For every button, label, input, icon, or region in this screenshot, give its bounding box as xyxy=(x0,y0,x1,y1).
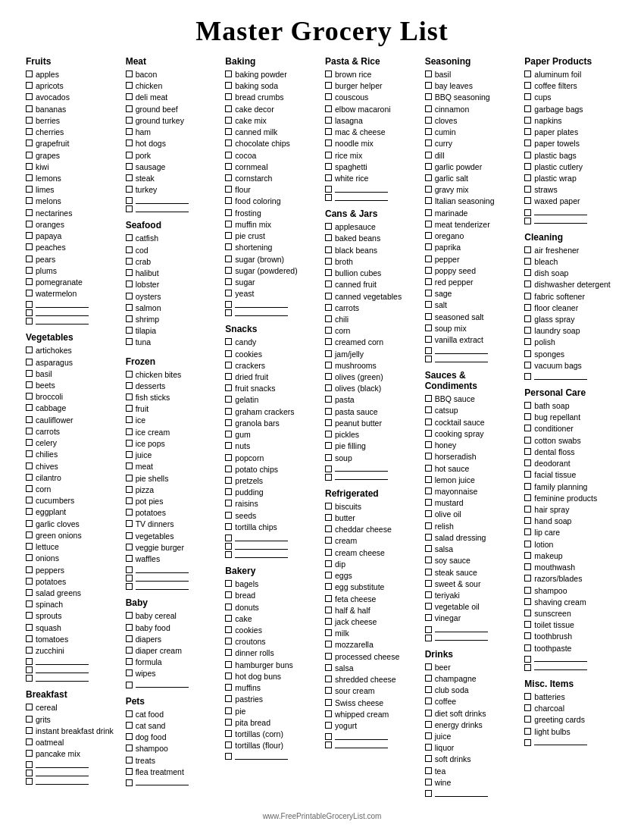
checkbox-icon[interactable] xyxy=(524,517,531,524)
checkbox-icon[interactable] xyxy=(26,578,33,585)
checkbox-icon[interactable] xyxy=(126,768,133,775)
checkbox-icon[interactable] xyxy=(425,614,432,621)
checkbox-icon[interactable] xyxy=(524,186,531,193)
checkbox-icon[interactable] xyxy=(225,174,232,181)
checkbox-icon[interactable] xyxy=(225,350,232,357)
checkbox-icon[interactable] xyxy=(26,290,33,296)
checkbox-icon[interactable] xyxy=(126,304,133,311)
checkbox-icon[interactable] xyxy=(425,488,432,494)
checkbox-icon[interactable] xyxy=(26,232,33,239)
checkbox-icon[interactable] xyxy=(325,163,332,170)
checkbox-icon[interactable] xyxy=(126,532,133,539)
checkbox-icon[interactable] xyxy=(225,140,232,146)
checkbox-icon[interactable] xyxy=(26,675,33,682)
checkbox-icon[interactable] xyxy=(425,313,432,320)
checkbox-icon[interactable] xyxy=(524,174,531,181)
checkbox-icon[interactable] xyxy=(425,406,432,413)
checkbox-icon[interactable] xyxy=(425,441,432,448)
checkbox-icon[interactable] xyxy=(126,258,133,265)
checkbox-icon[interactable] xyxy=(126,105,133,112)
checkbox-icon[interactable] xyxy=(425,336,432,343)
checkbox-icon[interactable] xyxy=(126,669,133,676)
checkbox-icon[interactable] xyxy=(425,430,432,437)
checkbox-icon[interactable] xyxy=(325,281,332,287)
checkbox-icon[interactable] xyxy=(225,408,232,415)
checkbox-icon[interactable] xyxy=(325,350,332,357)
checkbox-icon[interactable] xyxy=(325,525,332,532)
checkbox-icon[interactable] xyxy=(126,710,133,717)
checkbox-icon[interactable] xyxy=(126,82,133,89)
checkbox-icon[interactable] xyxy=(425,569,432,575)
checkbox-icon[interactable] xyxy=(26,531,33,538)
checkbox-icon[interactable] xyxy=(126,71,133,77)
checkbox-icon[interactable] xyxy=(225,661,232,668)
checkbox-icon[interactable] xyxy=(325,304,332,311)
checkbox-icon[interactable] xyxy=(325,269,332,276)
checkbox-icon[interactable] xyxy=(425,603,432,610)
checkbox-icon[interactable] xyxy=(524,281,531,287)
checkbox-icon[interactable] xyxy=(26,450,33,457)
checkbox-icon[interactable] xyxy=(425,243,432,250)
checkbox-icon[interactable] xyxy=(26,117,33,124)
checkbox-icon[interactable] xyxy=(126,733,133,740)
checkbox-icon[interactable] xyxy=(325,140,332,146)
checkbox-icon[interactable] xyxy=(524,152,531,158)
checkbox-icon[interactable] xyxy=(126,486,133,493)
checkbox-icon[interactable] xyxy=(26,554,33,561)
checkbox-icon[interactable] xyxy=(325,117,332,124)
checkbox-icon[interactable] xyxy=(126,140,133,146)
checkbox-icon[interactable] xyxy=(26,647,33,654)
checkbox-icon[interactable] xyxy=(425,580,432,587)
checkbox-icon[interactable] xyxy=(325,537,332,544)
checkbox-icon[interactable] xyxy=(325,152,332,158)
checkbox-icon[interactable] xyxy=(225,431,232,437)
checkbox-icon[interactable] xyxy=(225,256,232,262)
checkbox-icon[interactable] xyxy=(225,290,232,296)
checkbox-icon[interactable] xyxy=(225,753,232,760)
checkbox-icon[interactable] xyxy=(225,673,232,679)
checkbox-icon[interactable] xyxy=(325,722,332,729)
checkbox-icon[interactable] xyxy=(126,624,133,631)
checkbox-icon[interactable] xyxy=(524,128,531,135)
checkbox-icon[interactable] xyxy=(425,476,432,483)
checkbox-icon[interactable] xyxy=(325,474,332,481)
checkbox-icon[interactable] xyxy=(126,152,133,158)
checkbox-icon[interactable] xyxy=(26,462,33,469)
checkbox-icon[interactable] xyxy=(26,278,33,285)
checkbox-icon[interactable] xyxy=(225,338,232,345)
checkbox-icon[interactable] xyxy=(524,483,531,490)
checkbox-icon[interactable] xyxy=(425,82,432,89)
checkbox-icon[interactable] xyxy=(26,566,33,573)
checkbox-icon[interactable] xyxy=(26,152,33,158)
checkbox-icon[interactable] xyxy=(126,205,133,212)
checkbox-icon[interactable] xyxy=(325,419,332,426)
checkbox-icon[interactable] xyxy=(126,405,133,412)
checkbox-icon[interactable] xyxy=(225,442,232,449)
checkbox-icon[interactable] xyxy=(126,128,133,135)
checkbox-icon[interactable] xyxy=(225,362,232,368)
checkbox-icon[interactable] xyxy=(425,325,432,331)
checkbox-icon[interactable] xyxy=(425,347,432,354)
checkbox-icon[interactable] xyxy=(325,664,332,671)
checkbox-icon[interactable] xyxy=(325,384,332,391)
checkbox-icon[interactable] xyxy=(524,437,531,444)
checkbox-icon[interactable] xyxy=(325,82,332,89)
checkbox-icon[interactable] xyxy=(325,93,332,100)
checkbox-icon[interactable] xyxy=(126,566,133,573)
checkbox-icon[interactable] xyxy=(225,267,232,274)
checkbox-icon[interactable] xyxy=(26,370,33,377)
checkbox-icon[interactable] xyxy=(325,607,332,613)
checkbox-icon[interactable] xyxy=(425,545,432,552)
checkbox-icon[interactable] xyxy=(325,653,332,660)
checkbox-icon[interactable] xyxy=(26,778,33,785)
checkbox-icon[interactable] xyxy=(126,440,133,447)
checkbox-icon[interactable] xyxy=(225,730,232,737)
checkbox-icon[interactable] xyxy=(26,738,33,745)
checkbox-icon[interactable] xyxy=(524,218,531,224)
checkbox-icon[interactable] xyxy=(26,381,33,388)
checkbox-icon[interactable] xyxy=(524,413,531,420)
checkbox-icon[interactable] xyxy=(126,327,133,334)
checkbox-icon[interactable] xyxy=(126,575,133,582)
checkbox-icon[interactable] xyxy=(26,497,33,503)
checkbox-icon[interactable] xyxy=(524,716,531,723)
